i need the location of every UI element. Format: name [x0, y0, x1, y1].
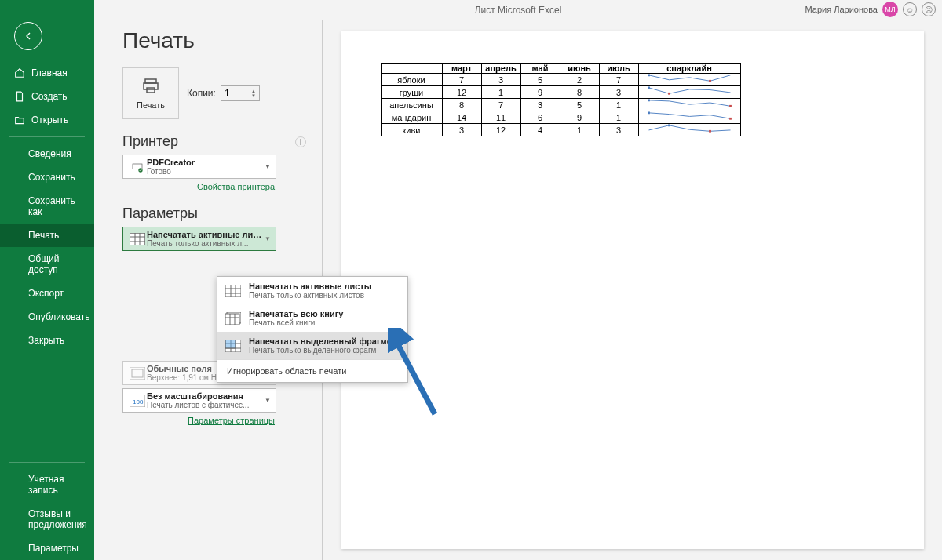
svg-rect-37	[729, 105, 732, 107]
popup-option-selection[interactable]: Напечатать выделенный фрагментПечать тол…	[217, 332, 407, 359]
nav-publish[interactable]: Опубликовать	[0, 305, 94, 329]
nav-new[interactable]: Создать	[0, 85, 94, 108]
nav-share[interactable]: Общий доступ	[0, 247, 94, 282]
popup-option-whole-book[interactable]: Напечатать всю книгуПечать всей книги	[217, 304, 407, 332]
nav-home[interactable]: Главная	[0, 61, 94, 85]
svg-rect-21	[225, 314, 239, 325]
print-scope-popup: Напечатать активные листыПечать только а…	[217, 276, 408, 383]
nav-label: Открыть	[31, 115, 68, 125]
smile-icon[interactable]: ☺	[903, 2, 917, 16]
params-heading: Параметры	[122, 205, 198, 222]
backstage-sidebar: Главная Создать Открыть Сведения Сохрани…	[0, 0, 94, 560]
svg-rect-33	[709, 80, 711, 82]
window-title: Лист Microsoft Excel	[475, 5, 562, 16]
nav-label: Главная	[31, 67, 68, 78]
preview-page: март апрель май июнь июль спарклайн ябло…	[341, 31, 924, 549]
sad-icon[interactable]: ☹	[922, 2, 936, 16]
svg-rect-35	[668, 93, 670, 95]
nav-close[interactable]: Закрыть	[0, 329, 94, 352]
svg-rect-30	[225, 340, 236, 348]
sheet-icon	[128, 233, 147, 245]
page-title: Печать	[122, 28, 306, 53]
svg-rect-39	[729, 118, 732, 120]
nav-feedback[interactable]: Отзывы и предложения	[0, 502, 94, 536]
popup-ignore-print-area[interactable]: Игнорировать область печати	[217, 360, 407, 382]
copies-input[interactable]: 1 ▲▼	[221, 85, 260, 101]
nav-account[interactable]: Учетная запись	[0, 467, 94, 502]
arrow-left-icon	[22, 30, 35, 42]
info-icon[interactable]: i	[295, 136, 306, 147]
svg-rect-36	[648, 99, 650, 101]
sheet-icon	[225, 285, 241, 297]
svg-text:100: 100	[133, 398, 144, 405]
chevron-down-icon: ▼	[265, 397, 271, 404]
nav-label: Создать	[31, 91, 68, 102]
chevron-down-icon: ▼	[265, 163, 271, 170]
svg-rect-34	[648, 86, 650, 89]
selection-icon	[225, 340, 241, 352]
printer-properties-link[interactable]: Свойства принтера	[122, 182, 275, 191]
copies-label: Копии:	[187, 88, 216, 99]
printer-icon	[140, 77, 162, 96]
print-scope-dropdown[interactable]: Напечатать активные листы Печать только …	[122, 227, 276, 251]
nav-saveas[interactable]: Сохранить как	[0, 189, 94, 224]
chevron-down-icon: ▼	[265, 235, 271, 242]
svg-rect-5	[130, 233, 145, 245]
svg-rect-15	[225, 285, 241, 297]
svg-rect-40	[668, 124, 670, 126]
preview-table: март апрель май июнь июль спарклайн ябло…	[381, 63, 741, 136]
user-area[interactable]: Мария Ларионова МЛ ☺ ☹	[805, 2, 936, 17]
print-panel: Печать Печать Копии: 1 ▲▼ Принте	[94, 20, 322, 560]
page-setup-link[interactable]: Параметры страницы	[122, 416, 275, 425]
nav-open[interactable]: Открыть	[0, 108, 94, 132]
folder-icon	[14, 115, 25, 125]
workbook-icon	[225, 312, 241, 325]
print-preview: март апрель май июнь июль спарклайн ябло…	[322, 20, 942, 560]
printer-dropdown[interactable]: PDFCreator Готово ▼	[122, 155, 276, 179]
home-icon	[14, 67, 25, 78]
scaling-icon: 100	[128, 395, 147, 407]
popup-option-active-sheets[interactable]: Напечатать активные листыПечать только а…	[217, 277, 407, 304]
nav-options[interactable]: Параметры	[0, 536, 94, 560]
svg-rect-32	[648, 74, 650, 76]
print-button[interactable]: Печать	[122, 67, 179, 119]
printer-heading: Принтер	[122, 133, 178, 150]
file-icon	[14, 91, 25, 102]
nav-export[interactable]: Экспорт	[0, 282, 94, 305]
back-button[interactable]	[14, 22, 42, 50]
svg-rect-1	[144, 83, 158, 89]
svg-rect-41	[709, 130, 711, 133]
svg-rect-2	[147, 88, 155, 93]
scaling-dropdown[interactable]: 100 Без масштабирования Печать листов с …	[122, 388, 276, 413]
nav-print[interactable]: Печать	[0, 224, 94, 247]
user-avatar: МЛ	[882, 2, 898, 17]
nav-save[interactable]: Сохранить	[0, 165, 94, 189]
user-name: Мария Ларионова	[805, 5, 878, 14]
svg-point-4	[138, 168, 142, 172]
nav-info[interactable]: Сведения	[0, 142, 94, 165]
printer-status-icon	[128, 161, 147, 173]
titlebar: Лист Microsoft Excel Мария Ларионова МЛ …	[94, 0, 942, 20]
svg-rect-38	[648, 111, 650, 114]
margins-icon	[128, 367, 147, 380]
